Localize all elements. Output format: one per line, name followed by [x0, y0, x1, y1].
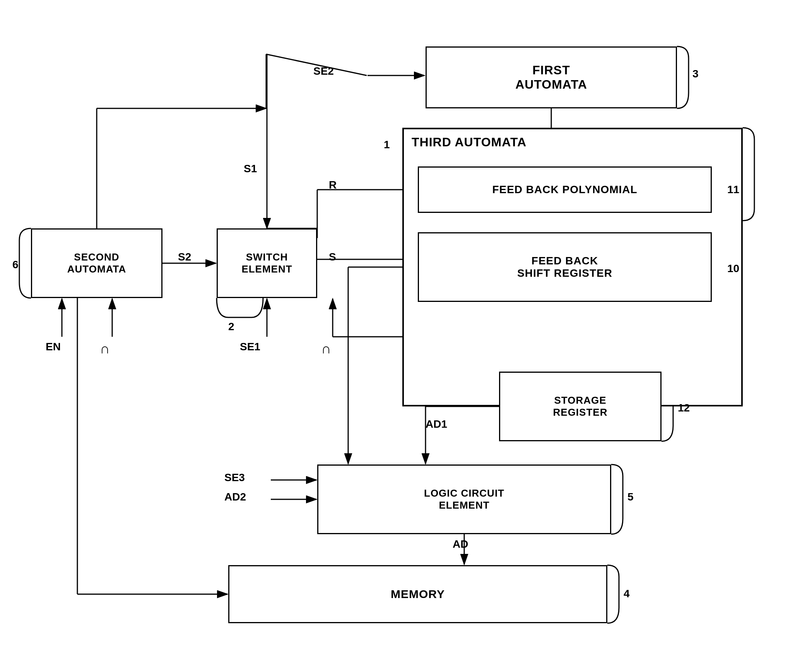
second-automata-label: SECOND AUTOMATA — [67, 251, 126, 275]
ref-10: 10 — [727, 262, 739, 275]
logic-circuit-box: LOGIC CIRCUIT ELEMENT — [317, 464, 611, 534]
ad-label: AD — [453, 538, 468, 550]
s-label: S — [329, 251, 336, 263]
s1-label: S1 — [244, 163, 257, 175]
feed-back-shift-register-box: FEED BACK SHIFT REGISTER — [418, 232, 712, 302]
logic-circuit-label: LOGIC CIRCUIT ELEMENT — [424, 487, 504, 511]
se2-label: SE2 — [313, 65, 334, 77]
ad1-label: AD1 — [426, 418, 447, 430]
s2-label: S2 — [178, 251, 191, 263]
second-automata-box: SECOND AUTOMATA — [31, 228, 162, 298]
clock2-label: ∩ — [321, 341, 331, 357]
switch-element-box: SWITCH ELEMENT — [217, 228, 317, 298]
feed-back-polynomial-box: FEED BACK POLYNOMIAL — [418, 166, 712, 213]
ad2-label: AD2 — [224, 491, 246, 503]
ref-5: 5 — [627, 491, 634, 503]
ref-1: 1 — [384, 139, 390, 151]
memory-label: MEMORY — [391, 588, 445, 601]
ref-12: 12 — [678, 402, 690, 414]
diagram: FIRST AUTOMATA THIRD AUTOMATA FEED BACK … — [0, 0, 812, 653]
storage-register-label: STORAGE REGISTER — [553, 394, 608, 418]
first-automata-box: FIRST AUTOMATA — [426, 46, 677, 108]
ref-11: 11 — [727, 183, 739, 196]
ref-2: 2 — [228, 321, 234, 333]
memory-box: MEMORY — [228, 565, 607, 623]
feed-back-shift-register-label: FEED BACK SHIFT REGISTER — [517, 255, 612, 279]
ref-6: 6 — [12, 259, 19, 271]
first-automata-label: FIRST AUTOMATA — [515, 63, 587, 92]
storage-register-box: STORAGE REGISTER — [499, 372, 662, 441]
ref-3: 3 — [692, 68, 699, 80]
se3-label: SE3 — [224, 471, 245, 484]
se1-label: SE1 — [240, 341, 260, 353]
switch-element-label: SWITCH ELEMENT — [241, 251, 292, 275]
r-label: R — [329, 179, 337, 191]
en-label: EN — [46, 341, 61, 353]
third-automata-label: THIRD AUTOMATA — [412, 135, 527, 149]
feed-back-polynomial-label: FEED BACK POLYNOMIAL — [492, 183, 637, 196]
ref-4: 4 — [624, 588, 630, 600]
clock1-label: ∩ — [100, 341, 110, 357]
